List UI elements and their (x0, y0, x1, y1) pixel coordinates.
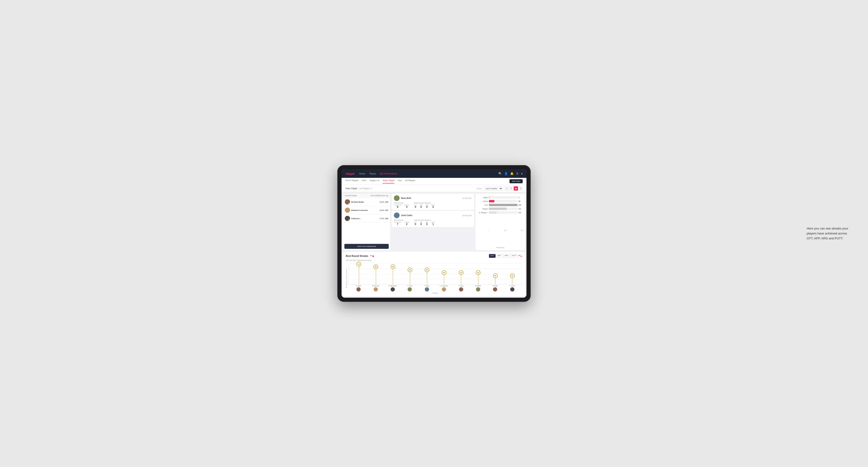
x-axis-player-label: M. Maher (474, 285, 483, 286)
streaks-title: Best Round Streaks (346, 255, 368, 257)
main-content: Team Clippd | 14 Players ✎ Show Last 3 m… (342, 185, 526, 298)
view-leaderboard-button[interactable]: View Full Leaderboard (344, 244, 389, 249)
team-title-row: Team Clippd | 14 Players ✎ (345, 187, 372, 190)
streak-dot: 5x (408, 268, 412, 272)
subnav-hcaps[interactable]: Hcaps 1-5 (370, 179, 379, 184)
player-mini-avatar (391, 287, 395, 291)
profile-icon[interactable]: ● (521, 172, 523, 175)
practice-stat: Practice 4 (404, 204, 409, 208)
filter-ott[interactable]: OTT (489, 254, 496, 258)
subnav-tour[interactable]: Tour (398, 179, 402, 184)
shots-bar-chart: Eagles 3 Birdies 96 Pars 499 Bogeys 311 … (477, 195, 523, 248)
streak-player-col: 7x (354, 263, 363, 284)
practice-activities-group: Total Practice Activities OTT 0 APP 0 (414, 219, 435, 225)
player-count: | 14 Players (359, 187, 370, 190)
bar-container (489, 200, 518, 203)
streak-player-col: 4x (440, 263, 448, 284)
nav-home[interactable]: Home (359, 173, 365, 175)
list-view-btn[interactable]: ☶ (509, 186, 513, 191)
streaks-filter-buttons: OTT APP ARG PUTT (489, 254, 522, 258)
streaks-chart: Best Streak, Fairway Accuracy 7x (346, 263, 522, 294)
chart-plot: 7x 6x 6x 5x 5x 4x 4x 4x 3x 3x (349, 263, 522, 285)
bar-label: D. Bogeys + (477, 212, 488, 214)
search-icon[interactable]: 🔍 (498, 172, 502, 175)
tablet-frame: clippd Home Teams My Performance 🔍 👤 🔔 ⚙… (337, 165, 531, 302)
x-axis-player-label: D. Billingham (389, 285, 397, 286)
y-axis-label: Best Streak, Fairway Accuracy (346, 269, 347, 288)
card-player-name: Rees Britt (401, 197, 411, 199)
show-label: Show (477, 187, 482, 190)
filter-putt[interactable]: PUTT (510, 254, 518, 258)
axis-400: 400 (521, 230, 523, 231)
app-value: 0 (421, 223, 422, 225)
filter-arg[interactable]: ARG (503, 254, 510, 258)
avatar: 1 (345, 199, 350, 205)
bar-row: D. Bogeys + 131 (477, 211, 523, 214)
rounds-label: Total Rounds (394, 202, 409, 204)
table-row: 2 Edward Crossman 18/20 107 (343, 206, 390, 214)
time-period-select[interactable]: Last 3 months Last 6 months Last year (483, 187, 503, 191)
subnav-all-players[interactable]: All Players (405, 179, 415, 184)
tournament-value: 7 (397, 223, 398, 225)
bar-container (489, 204, 518, 206)
putt-value: 1 (432, 223, 434, 225)
add-team-button[interactable]: Add Team (509, 179, 523, 183)
streak-dot: 3x (510, 273, 515, 278)
x-axis-player-label: D. Ford (457, 285, 465, 286)
practice-stat: Practice 2 (404, 221, 409, 225)
sub-navbar: PGAT Players PGA Hcaps 1-5 Team Clippd T… (342, 178, 526, 185)
streak-player-col: 6x (389, 263, 397, 284)
bar-container (489, 196, 518, 198)
pb-score: 19/20 (379, 201, 384, 203)
bell-icon[interactable]: 🔔 (510, 172, 514, 175)
streak-dot: 4x (459, 270, 464, 275)
bar-value: 96 (519, 200, 523, 202)
subnav-team-clippd[interactable]: Team Clippd (382, 179, 394, 184)
nav-my-performance[interactable]: My Performance (380, 173, 397, 175)
table-view-btn[interactable]: ☰ (519, 186, 523, 191)
chart-title: Total Shots (477, 247, 523, 248)
practice-activities-label: Total Practice Activities (414, 219, 435, 221)
card-stats: Total Rounds Tournament 7 Practice 2 (394, 219, 472, 225)
player-mini-avatar (493, 287, 497, 291)
player-info: 3 Cameron... (345, 216, 379, 221)
bar-row: Eagles 3 (477, 195, 523, 199)
player-mini-avatar (425, 287, 429, 291)
putt-value: 0 (432, 206, 434, 208)
bar-value: 311 (519, 208, 523, 210)
pb-avg: 107 (385, 209, 388, 211)
app-logo: clippd (345, 172, 354, 176)
player-mini-avatar (442, 287, 446, 291)
settings-icon[interactable]: ⚙ (516, 172, 519, 175)
tournament-stat: Tournament 7 (394, 221, 401, 225)
filter-app[interactable]: APP (496, 254, 503, 258)
pb-score: 18/20 (379, 209, 384, 211)
pb-score: 17/20 (379, 217, 384, 220)
user-icon[interactable]: 👤 (504, 172, 508, 175)
player-cards-panel: Rees Britt 02 Sep 2023 Total Rounds Tour… (392, 194, 474, 250)
table-row: 3 Cameron... 17/20 103 (343, 214, 390, 223)
bar-row: Bogeys 311 (477, 207, 523, 211)
streak-dot: 5x (425, 268, 429, 272)
edit-icon[interactable]: ✎ (371, 187, 372, 190)
player-name: Edward Crossman (351, 209, 368, 211)
leaderboard-panel: PLAYER NAME PB SCORE PB AVG SQ 1 Richard… (343, 194, 390, 250)
bar-fill (489, 211, 497, 214)
rank-badge: 2 (348, 211, 350, 213)
subnav-pga[interactable]: PGA (362, 179, 366, 184)
subnav-pgat[interactable]: PGAT Players (345, 179, 359, 184)
nav-teams[interactable]: Teams (369, 173, 376, 175)
player-mini-avatar (374, 287, 378, 291)
card-date: 26 Aug 2023 (463, 215, 472, 216)
player-mini-avatar (459, 287, 463, 291)
streak-line (376, 267, 376, 284)
annotation-text: Here you can see streaks your players ha… (807, 226, 854, 241)
team-name: Team Clippd (345, 187, 357, 190)
app-stat: APP 0 (420, 221, 423, 225)
card-view-btn[interactable]: ▦ (514, 186, 518, 191)
team-header: Team Clippd | 14 Players ✎ Show Last 3 m… (342, 185, 526, 192)
x-axis-labels: E. EbertB. McHargD. BillinghamJ. ColesR.… (349, 285, 522, 286)
grid-view-btn[interactable]: ☷ (504, 186, 508, 191)
putt-stat: PUTT 1 (431, 221, 435, 225)
tournament-stat: Tournament 8 (394, 204, 401, 208)
